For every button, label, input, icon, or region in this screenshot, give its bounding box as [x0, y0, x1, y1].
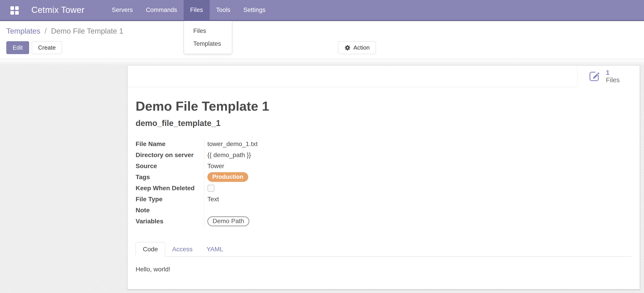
- files-stat-button[interactable]: 1 Files: [577, 66, 640, 87]
- control-panel: Templates / Demo File Template 1 Edit Cr…: [0, 22, 644, 59]
- button-box: 1 Files: [128, 66, 640, 87]
- tab-yaml[interactable]: YAML: [200, 242, 230, 257]
- nav-item-settings[interactable]: Settings: [237, 0, 272, 20]
- field-row-tags: Tags Production: [136, 172, 632, 183]
- field-row-source: Source Tower: [136, 160, 632, 172]
- dropdown-item-templates[interactable]: Templates: [184, 37, 232, 50]
- tab-access[interactable]: Access: [165, 242, 200, 257]
- record-reference: demo_file_template_1: [136, 119, 632, 128]
- keep-when-deleted-checkbox: [207, 185, 214, 192]
- field-label: Source: [136, 160, 204, 172]
- form-sheet: 1 Files Demo File Template 1 demo_file_t…: [127, 65, 640, 290]
- main-menu: Servers Commands Files Files Templates T…: [105, 0, 272, 20]
- record-buttons: Edit Create: [6, 41, 62, 54]
- demo-path-pill: Demo Path: [207, 216, 249, 226]
- field-label: Tags: [136, 172, 204, 183]
- field-row-note: Note: [136, 205, 632, 216]
- stat-label: Files: [606, 76, 620, 84]
- field-label: File Name: [136, 138, 204, 149]
- field-label: Keep When Deleted: [136, 183, 204, 194]
- dropdown-item-files[interactable]: Files: [184, 24, 232, 37]
- breadcrumb-current: Demo File Template 1: [51, 27, 123, 35]
- field-row-file-type: File Type Text: [136, 194, 632, 205]
- field-row-directory: Directory on server {{ demo_path }}: [136, 149, 632, 160]
- top-navbar: Cetmix Tower Servers Commands Files File…: [0, 0, 644, 21]
- field-row-keep-when-deleted: Keep When Deleted: [136, 183, 632, 194]
- action-button-label: Action: [353, 44, 370, 51]
- field-label: Variables: [136, 216, 204, 227]
- field-label: Directory on server: [136, 149, 204, 160]
- breadcrumb: Templates / Demo File Template 1: [6, 27, 123, 35]
- pencil-square-icon: [588, 70, 600, 83]
- field-value: {{ demo_path }}: [204, 151, 251, 159]
- breadcrumb-templates-link[interactable]: Templates: [6, 27, 40, 35]
- field-group: File Name tower_demo_1.txt Directory on …: [136, 138, 632, 227]
- field-row-variables: Variables Demo Path: [136, 216, 632, 227]
- tab-code[interactable]: Code: [136, 242, 165, 257]
- field-row-file-name: File Name tower_demo_1.txt: [136, 138, 632, 149]
- code-tab-content: Hello, world!: [136, 257, 632, 282]
- gear-icon: [344, 45, 351, 51]
- field-value: tower_demo_1.txt: [204, 140, 258, 148]
- files-dropdown-menu: Files Templates: [184, 21, 232, 54]
- main-content: 1 Files Demo File Template 1 demo_file_t…: [0, 59, 644, 293]
- action-button[interactable]: Action: [338, 41, 376, 54]
- production-tag-badge: Production: [207, 172, 248, 182]
- nav-item-tools[interactable]: Tools: [210, 0, 237, 20]
- nav-item-servers[interactable]: Servers: [105, 0, 139, 20]
- edit-button[interactable]: Edit: [6, 41, 29, 54]
- notebook-tabs: Code Access YAML: [136, 242, 632, 257]
- create-button[interactable]: Create: [32, 41, 62, 54]
- nav-item-files-label: Files: [190, 6, 203, 13]
- breadcrumb-separator: /: [45, 27, 47, 35]
- field-label: File Type: [136, 194, 204, 205]
- apps-grid-icon[interactable]: [10, 6, 19, 15]
- field-value: Tower: [204, 163, 224, 170]
- brand-title: Cetmix Tower: [31, 0, 84, 20]
- nav-item-files[interactable]: Files Files Templates: [184, 0, 210, 20]
- nav-item-commands[interactable]: Commands: [140, 0, 184, 20]
- field-value: Text: [204, 196, 219, 203]
- stat-count: 1: [606, 69, 620, 76]
- record-title: Demo File Template 1: [136, 98, 632, 114]
- field-label: Note: [136, 205, 204, 216]
